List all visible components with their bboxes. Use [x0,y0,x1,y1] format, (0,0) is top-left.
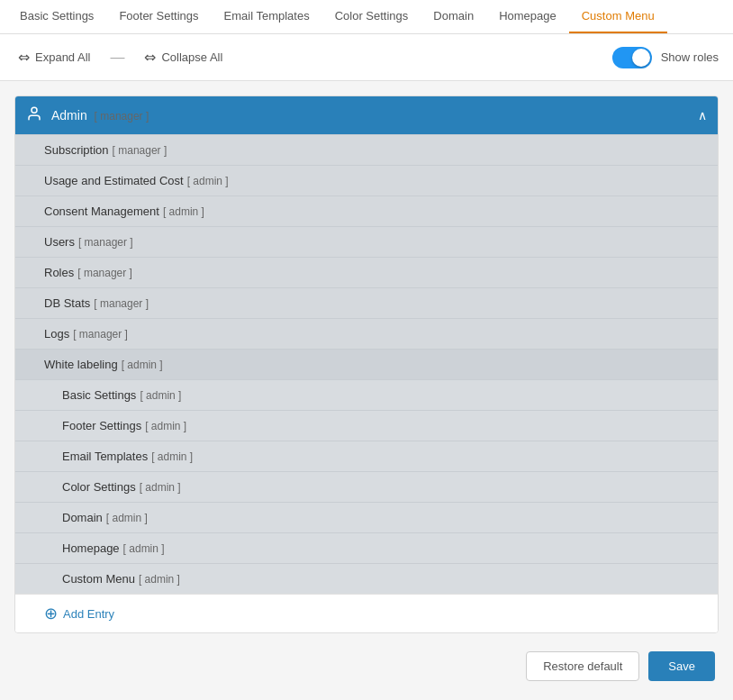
toggle-thumb [632,49,650,67]
chevron-up-icon: ∧ [698,108,707,123]
collapse-all-label: Collapse All [161,50,222,64]
expand-icon: ⇔ [18,49,30,66]
show-roles-label: Show roles [661,50,719,64]
toolbar-divider: — [110,50,124,66]
expand-all-label: Expand All [35,50,90,64]
tab-homepage[interactable]: Homepage [486,0,569,33]
toolbar-right: Show roles [612,47,719,68]
collapse-icon: ⇔ [144,49,156,66]
admin-label: Admin [ manager ] [51,108,698,123]
list-item[interactable]: Custom Menu [ admin ] [15,563,718,594]
add-entry-label: Add Entry [63,607,114,621]
tab-footer-settings[interactable]: Footer Settings [106,0,211,33]
tab-email-templates[interactable]: Email Templates [212,0,322,33]
show-roles-toggle[interactable] [612,47,652,68]
list-item[interactable]: DB Stats [ manager ] [15,287,718,318]
admin-role-badge: [ manager ] [95,110,149,123]
toolbar: ⇔ Expand All — ⇔ Collapse All Show roles [0,34,733,81]
list-item[interactable]: Users [ manager ] [15,226,718,257]
collapse-all-button[interactable]: ⇔ Collapse All [140,45,226,69]
svg-point-0 [32,107,37,113]
footer-buttons: Restore default Save [14,651,719,681]
add-entry-button[interactable]: ⊕ Add Entry [15,594,718,632]
plus-circle-icon: ⊕ [44,605,58,622]
list-item[interactable]: Email Templates [ admin ] [15,441,718,471]
tab-bar: Basic Settings Footer Settings Email Tem… [0,0,733,34]
admin-row[interactable]: Admin [ manager ] ∧ [15,96,718,134]
list-item[interactable]: Subscription [ manager ] [15,134,718,165]
save-button[interactable]: Save [648,651,715,681]
toolbar-left: ⇔ Expand All — ⇔ Collapse All [14,45,226,69]
list-item[interactable]: Homepage [ admin ] [15,532,718,563]
expand-all-button[interactable]: ⇔ Expand All [14,45,94,69]
list-item[interactable]: Consent Management [ admin ] [15,195,718,226]
main-content: Admin [ manager ] ∧ Subscription [ manag… [0,81,733,695]
list-item[interactable]: Usage and Estimated Cost [ admin ] [15,165,718,195]
list-item[interactable]: Basic Settings [ admin ] [15,379,718,410]
restore-default-button[interactable]: Restore default [526,651,639,681]
list-item[interactable]: Logs [ manager ] [15,318,718,349]
admin-icon [26,105,42,125]
tab-custom-menu[interactable]: Custom Menu [569,0,667,33]
list-item[interactable]: Domain [ admin ] [15,502,718,532]
tab-basic-settings[interactable]: Basic Settings [7,0,106,33]
list-item[interactable]: Footer Settings [ admin ] [15,410,718,441]
tree-container: Admin [ manager ] ∧ Subscription [ manag… [14,95,719,633]
list-item[interactable]: Roles [ manager ] [15,257,718,287]
list-item[interactable]: Color Settings [ admin ] [15,471,718,502]
tab-domain[interactable]: Domain [421,0,486,33]
tab-color-settings[interactable]: Color Settings [322,0,421,33]
white-labeling-item[interactable]: White labeling [ admin ] [15,349,718,379]
